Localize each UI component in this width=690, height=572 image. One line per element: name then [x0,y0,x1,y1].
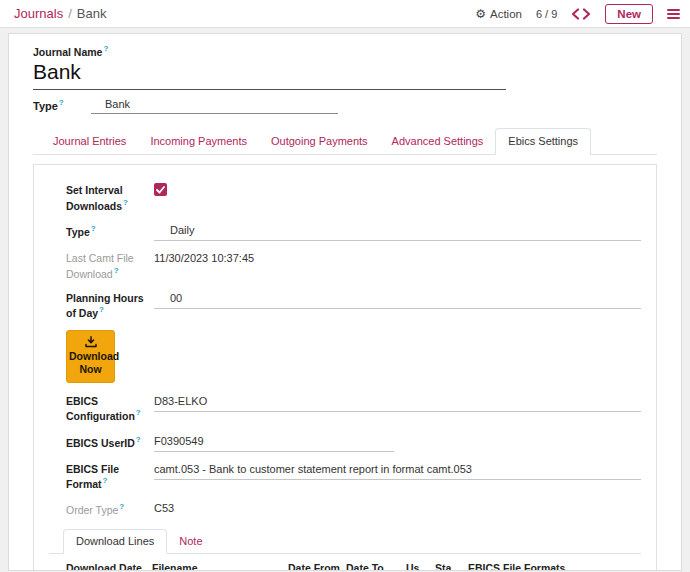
col-state[interactable]: Sta... [432,556,465,571]
notebook-tabs: Journal Entries Incoming Payments Outgoi… [33,128,657,155]
col-date-from[interactable]: Date From [285,556,343,571]
ebics-configuration-field[interactable]: D83-ELKO [154,393,641,412]
set-interval-downloads-checkbox[interactable] [154,183,167,196]
order-type-value: C53 [154,500,174,514]
set-interval-downloads-label: Set Interval Downloads? [66,182,154,213]
ebics-userid-field[interactable]: F0390549 [154,433,394,452]
ebics-userid-label: EBICS UserID? [66,433,154,450]
col-user[interactable]: Us... [403,556,432,571]
lines-subtabs: Download Lines Note [49,529,641,554]
table-header-row: Download Date Filename Date From Date To… [49,556,661,571]
help-icon: ? [59,98,64,107]
planning-hours-input[interactable]: 00 [154,290,641,309]
action-menu-button[interactable]: ⚙ Action [475,8,522,20]
type-label: Type? [33,98,91,115]
interval-type-select[interactable]: Daily [154,222,641,241]
download-now-label: Download Now [69,350,119,375]
hamburger-menu-icon[interactable] [667,9,680,19]
interval-type-label: Type? [66,222,154,239]
help-icon: ? [123,198,128,207]
tab-incoming-payments[interactable]: Incoming Payments [138,129,259,154]
breadcrumb-bank: Bank [77,6,107,21]
pager-previous-icon[interactable] [571,8,580,20]
breadcrumb-journals[interactable]: Journals [14,6,63,21]
pager-next-icon[interactable] [582,8,591,20]
ebics-settings-panel: Set Interval Downloads? Type? Daily Last… [33,164,657,571]
col-action [605,556,661,571]
subtab-note[interactable]: Note [167,530,214,553]
check-icon [156,186,165,194]
type-input[interactable]: Bank [91,98,338,114]
journal-name-input[interactable]: Bank [33,58,506,90]
record-pager-count: 6 / 9 [536,8,557,20]
ebics-file-format-field[interactable]: camt.053 - Bank to customer statement re… [154,461,641,480]
download-lines-table: Download Date Filename Date From Date To… [49,556,661,571]
planning-hours-label: Planning Hours of Day? [66,290,154,321]
help-icon: ? [119,502,124,511]
tab-ebics-settings[interactable]: Ebics Settings [495,128,591,155]
gear-icon: ⚙ [475,8,486,20]
download-icon [85,336,97,348]
breadcrumb-separator: / [68,6,72,21]
last-camt-file-download-value: 11/30/2023 10:37:45 [154,250,254,264]
tab-journal-entries[interactable]: Journal Entries [41,129,138,154]
help-icon: ? [103,44,108,53]
col-ebics-file-formats[interactable]: EBICS File Formats [465,556,605,571]
help-icon: ? [136,435,141,444]
tab-advanced-settings[interactable]: Advanced Settings [380,129,496,154]
ebics-file-format-label: EBICS File Format? [66,461,154,492]
action-label: Action [490,8,522,20]
new-button[interactable]: New [605,4,653,24]
help-icon: ? [91,224,96,233]
journal-name-label: Journal Name? [33,44,657,58]
help-icon: ? [103,476,108,485]
help-icon: ? [99,305,104,314]
col-date-to[interactable]: Date To [343,556,403,571]
col-filename[interactable]: Filename [149,556,285,571]
order-type-label: Order Type? [66,500,154,517]
last-camt-file-download-label: Last Camt File Download? [66,250,154,281]
help-icon: ? [136,408,141,417]
form-sheet: Journal Name? Bank Type? Bank Journal En… [8,33,682,571]
subtab-download-lines[interactable]: Download Lines [63,529,167,554]
top-bar: Journals / Bank ⚙ Action 6 / 9 New [0,0,690,28]
col-download-date[interactable]: Download Date [49,556,149,571]
ebics-configuration-label: EBICS Configuration? [66,393,154,424]
tab-outgoing-payments[interactable]: Outgoing Payments [259,129,380,154]
download-now-button[interactable]: Download Now [66,330,115,383]
help-icon: ? [114,266,119,275]
